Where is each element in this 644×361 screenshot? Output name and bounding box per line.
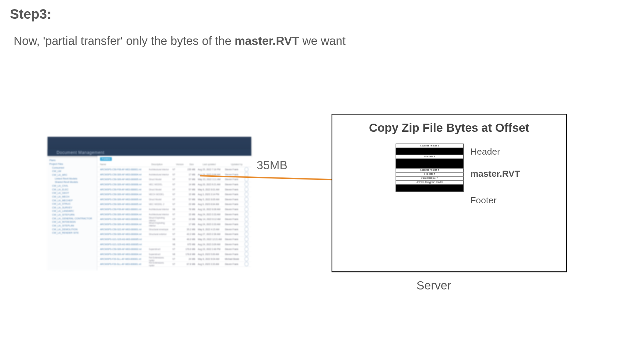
col-description: Description: [151, 163, 173, 166]
tree-item: CW_LA_DEMOLITION: [49, 227, 95, 231]
zip-row-archive-header: Archive decryption header: [396, 181, 464, 185]
zip-label-footer: Footer: [470, 195, 520, 206]
table-row: ARCWSPS-C58-S09-AF-M03-000004.rvtArchite…: [97, 212, 251, 217]
column-headers: Name Description Version Size Last updat…: [97, 162, 251, 167]
zip-structure-diagram: Local file header 2 File data 2 Local fi…: [396, 144, 464, 192]
tree-item: CW_LA_GEOT: [49, 191, 95, 195]
zip-row-footer-block: [396, 185, 464, 192]
server-box-title: Copy Zip File Bytes at Offset: [332, 121, 566, 135]
zip-row-master-block: [396, 159, 464, 169]
tree-item: CW_LA_MECH: [49, 195, 95, 199]
table-row: ARCWSPS-C58-S22-AF-M03-000001.rvtStructu…: [97, 227, 251, 232]
tree-item: Shared Revit Models: [49, 180, 95, 184]
table-row: ARCWSPS-F20-SLL-AF-M03-000001.rvtRvt Ext…: [97, 262, 251, 267]
table-row: ARCWSPS-C58-S09-AF-M03-000002.rvtSuperst…: [97, 247, 251, 252]
subtitle-prefix: Now, 'partial transfer' only the bytes o…: [14, 34, 235, 48]
table-row: ARCWSPS-G21-S29-AS-M03-000005.rvtV846.0 …: [97, 237, 251, 242]
subtitle-bold: master.RVT: [235, 34, 299, 48]
zip-row-file-data-2: File data 2: [396, 155, 464, 159]
table-row: ARCWSPS-F20-SLL-AF-M03-000001.rvtRvt Ext…: [97, 257, 251, 262]
tree-item: CW_LA_MECHEP: [49, 199, 95, 202]
table-row: ARCWSPS-C58-S09-AF-M03-000005.rvtStruct …: [97, 197, 251, 202]
tree-item: CW_LA_LANDARC: [49, 209, 95, 213]
zip-labels: Header master.RVT Footer: [470, 146, 520, 206]
app-header: Document Management: [48, 137, 252, 156]
table-row: ARCWSPS-G21-S29-AS-M03-000005.rvtV8675 M…: [97, 242, 251, 247]
zip-row-local-header-n: Local file header n: [396, 169, 464, 173]
tree-item: CW_LA_INTDESIGN: [49, 220, 95, 224]
transfer-size-label: 35MB: [257, 159, 287, 173]
tree-item: CW_LA_CIVIL: [49, 184, 95, 188]
table-row: ARCWSPS-C58-S09-AF-M03-000004.rvtMECH MO…: [97, 192, 251, 197]
tree-item: CW_LA_ARC: [49, 173, 95, 177]
tab-folders: Folders: [100, 157, 112, 161]
subtitle-suffix: we want: [299, 34, 345, 48]
zip-label-master: master.RVT: [470, 169, 520, 179]
step-title: Step3:: [10, 6, 51, 22]
tree-item: CW_LA_ELEC: [49, 188, 95, 191]
tree-item: Project Files: [49, 162, 95, 166]
table-row: ARCWSPS-C58-S09-AF-M03-000006.rvtMEC MOD…: [97, 182, 251, 187]
app-content: Folders Name Description Version Size La…: [97, 156, 251, 270]
zip-label-header: Header: [470, 146, 520, 157]
zip-row-data-descriptor-n: Data descriptor n: [396, 177, 464, 181]
table-row: ARCWSPS-C58-S09-AF-M03-000005.rvtStruct …: [97, 177, 251, 182]
zip-row-local-header-2: Local file header 2: [396, 144, 464, 148]
tree-item: CW_LA_STRUC: [49, 202, 95, 206]
tree-item: CW_LA_RENDER SITE: [49, 231, 95, 235]
zip-row-header-block: [396, 148, 464, 155]
table-row: ARCWSPS-C58-F08-AF-M03-000001.rvtArchite…: [97, 167, 251, 172]
table-row: ARCWSPS-C58-F09-AF-M03-000001.rvtStruct …: [97, 187, 251, 192]
table-row: ARCWSPS-C58-S09-AF-M03-000006.rvtStruct …: [97, 217, 251, 222]
tree-item: Plans: [49, 159, 95, 162]
source-app-screenshot: Document Management PlansProject FilesCo…: [48, 137, 252, 270]
tree-item: Linked Revit Models: [49, 177, 95, 180]
tree-item: CW_LW: [49, 169, 95, 173]
tree-item: CW_LA_SITEFURN: [49, 213, 95, 217]
server-caption: Server: [417, 279, 451, 293]
tree-item: CW_LA_GENERAL CONTRACTOR: [49, 217, 95, 220]
col-last-updated: Last updated: [203, 163, 228, 166]
server-box: Copy Zip File Bytes at Offset Local file…: [332, 114, 567, 272]
col-version: Version: [176, 163, 187, 166]
table-row: ARCWSPS-C58-S09-AF-M03-000005.rvtMEC MOD…: [97, 202, 251, 207]
col-name: Name: [100, 163, 148, 166]
table-row: ARCWSPS-C58-S09-AF-M03-000004.rvtStructu…: [97, 232, 251, 237]
table-row: ARCWSPS-C58-F09-AF-M03-000001.rvtArchite…: [97, 207, 251, 212]
col-size: Size: [189, 163, 200, 166]
tree-item: CW_LA_SURVEY: [49, 206, 95, 209]
app-sidebar: PlansProject FilesConsumedCW_LWCW_LA_ARC…: [48, 156, 97, 270]
zip-row-file-data-n: File data n: [396, 173, 464, 177]
tree-item: Consumed: [49, 166, 95, 170]
table-row: ARCWSPS-C58-S09-AF-M03-000004.rvtSuperst…: [97, 252, 251, 257]
app-header-title: Document Management: [57, 151, 104, 155]
table-row: ARCWSPS-C58-S09-AF-M03-000004.rvtStruct …: [97, 222, 251, 227]
tree-item: CW_LA_SITEPLAN: [49, 224, 95, 227]
subtitle: Now, 'partial transfer' only the bytes o…: [14, 34, 346, 48]
col-updated-by: Updated by: [231, 163, 248, 166]
table-row: ARCWSPS-C58-S09-AF-M03-000004.rvtArchite…: [97, 172, 251, 177]
